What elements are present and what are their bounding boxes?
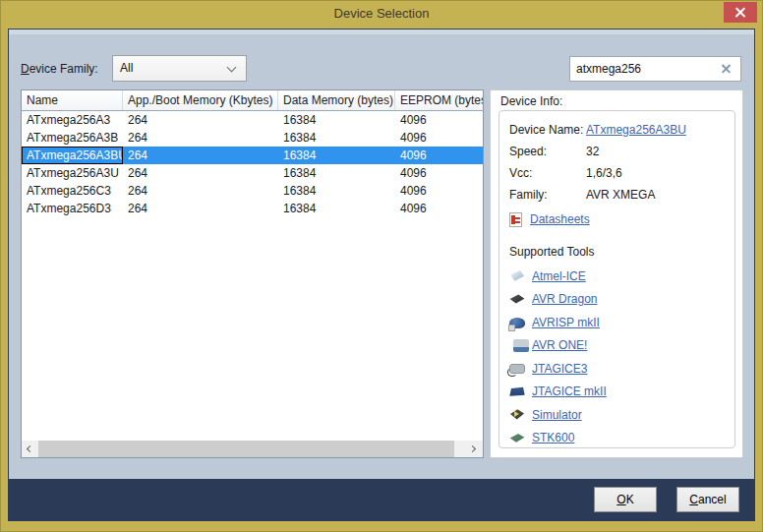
device-info-field: Device Name:ATxmega256A3BU — [509, 119, 731, 141]
horizontal-scrollbar[interactable] — [22, 441, 483, 457]
device-info-field: Speed:32 — [509, 141, 731, 162]
cell-app_boot: 264 — [123, 182, 278, 200]
avr-dragon-icon — [509, 292, 525, 307]
device-info-field: Vcc:1,6/3,6 — [509, 162, 731, 184]
cell-eeprom: 4096 — [395, 129, 483, 147]
cell-data_mem: 16384 — [278, 111, 395, 129]
tool-item: AVRISP mkII — [509, 311, 731, 334]
cell-app_boot: 264 — [123, 129, 278, 147]
device-family-select[interactable]: All — [112, 55, 247, 82]
table-row[interactable]: ATxmega256D3264163844096 — [22, 200, 483, 217]
supported-tools-title: Supported Tools — [509, 245, 731, 265]
tool-item: AVR Dragon — [509, 288, 731, 312]
clear-search-icon[interactable] — [717, 60, 734, 78]
device-name-link[interactable]: ATxmega256A3BU — [586, 119, 686, 141]
pdf-icon — [509, 212, 522, 227]
tool-item: Atmel-ICE — [509, 265, 731, 288]
ok-button[interactable]: OK — [594, 487, 657, 512]
field-value: 32 — [586, 141, 599, 162]
table-header: Name App./Boot Memory (Kbytes) Data Memo… — [22, 90, 483, 111]
cell-name: ATxmega256A3BU — [22, 147, 123, 164]
column-header-name[interactable]: Name — [22, 90, 123, 110]
jtagice-mkii-icon — [509, 384, 525, 399]
cell-eeprom: 4096 — [395, 182, 483, 200]
device-family-value: All — [120, 61, 133, 75]
jtagice3-icon — [509, 364, 525, 374]
cell-data_mem: 16384 — [278, 200, 395, 217]
field-label: Speed: — [509, 141, 586, 162]
column-header-eeprom[interactable]: EEPROM (bytes) — [395, 90, 483, 110]
device-family-label: Device Family: — [21, 62, 98, 76]
window-title: Device Selection — [1, 1, 762, 27]
tool-item: Simulator — [509, 403, 731, 427]
tool-link[interactable]: AVR ONE! — [532, 338, 587, 352]
atmel-ice-icon — [509, 268, 525, 283]
field-label: Family: — [509, 184, 586, 206]
scroll-right-arrow[interactable] — [466, 441, 483, 457]
scrollbar-thumb[interactable] — [38, 441, 454, 457]
cell-app_boot: 264 — [123, 164, 278, 182]
cell-data_mem: 16384 — [278, 147, 395, 164]
cell-app_boot: 264 — [123, 200, 278, 217]
cell-name: ATxmega256C3 — [22, 182, 123, 200]
column-header-app-boot-memory[interactable]: App./Boot Memory (Kbytes) — [123, 90, 278, 110]
cell-name: ATxmega256A3B — [22, 129, 123, 147]
close-icon — [734, 6, 747, 19]
chevron-down-icon — [227, 63, 237, 73]
tool-link[interactable]: Simulator — [532, 408, 582, 422]
table-row[interactable]: ATxmega256A3B264163844096 — [22, 129, 483, 147]
close-button[interactable] — [724, 2, 757, 23]
cell-app_boot: 264 — [123, 147, 278, 164]
table-row[interactable]: ATxmega256A3264163844096 — [22, 111, 483, 129]
field-value: AVR XMEGA — [586, 184, 655, 206]
dialog-footer: OK Cancel — [9, 479, 754, 520]
field-label: Device Name: — [509, 119, 586, 141]
scroll-left-arrow[interactable] — [22, 441, 38, 457]
avr-one-icon — [513, 339, 529, 352]
cell-data_mem: 16384 — [278, 129, 395, 147]
avrisp-mkii-icon — [509, 318, 525, 328]
titlebar: Device Selection — [1, 1, 762, 29]
search-box — [569, 56, 741, 82]
tool-link[interactable]: AVRISP mkII — [532, 316, 600, 329]
tool-item: JTAGICE3 — [509, 357, 731, 381]
cell-data_mem: 16384 — [278, 164, 395, 182]
cell-name: ATxmega256A3 — [22, 111, 123, 129]
device-table: Name App./Boot Memory (Kbytes) Data Memo… — [21, 89, 484, 458]
device-info-groupbox: Device Name:ATxmega256A3BUSpeed:32Vcc:1,… — [499, 110, 735, 448]
table-row[interactable]: ATxmega256A3BU264163844096 — [22, 147, 483, 164]
cell-name: ATxmega256A3U — [22, 164, 123, 182]
tool-item: JTAGICE mkII — [509, 381, 731, 404]
dialog-body: Device Family: All Name App./Boot Memory… — [8, 29, 755, 521]
cell-name: ATxmega256D3 — [22, 200, 123, 217]
tool-link[interactable]: AVR Dragon — [532, 292, 597, 306]
simulator-icon — [509, 407, 525, 422]
column-header-data-memory[interactable]: Data Memory (bytes) — [278, 90, 395, 110]
datasheets-link[interactable]: Datasheets — [530, 212, 590, 226]
tool-link[interactable]: JTAGICE3 — [532, 362, 587, 376]
device-info-field: Family:AVR XMEGA — [509, 184, 731, 206]
cell-eeprom: 4096 — [395, 200, 483, 217]
cell-eeprom: 4096 — [395, 164, 483, 182]
tool-link[interactable]: JTAGICE mkII — [532, 384, 607, 398]
cell-eeprom: 4096 — [395, 147, 483, 164]
cell-data_mem: 16384 — [278, 182, 395, 200]
cell-app_boot: 264 — [123, 111, 278, 129]
field-label: Vcc: — [509, 162, 586, 184]
search-input[interactable] — [576, 58, 714, 80]
tool-item: STK600 — [509, 427, 731, 449]
stk600-icon — [509, 431, 525, 445]
cell-eeprom: 4096 — [395, 111, 483, 129]
device-info-panel: Device Info: Device Name:ATxmega256A3BUS… — [490, 89, 743, 458]
table-row[interactable]: ATxmega256A3U264163844096 — [22, 164, 483, 182]
device-selection-dialog: Device Selection Device Family: All Name… — [0, 0, 763, 532]
table-row[interactable]: ATxmega256C3264163844096 — [22, 182, 483, 200]
device-info-title: Device Info: — [500, 94, 562, 108]
scrollbar-track[interactable] — [38, 441, 466, 457]
cancel-button[interactable]: Cancel — [676, 487, 739, 512]
field-value: 1,6/3,6 — [586, 162, 622, 184]
tool-item: AVR ONE! — [509, 334, 731, 358]
tool-link[interactable]: STK600 — [532, 431, 574, 444]
tool-link[interactable]: Atmel-ICE — [532, 269, 586, 283]
